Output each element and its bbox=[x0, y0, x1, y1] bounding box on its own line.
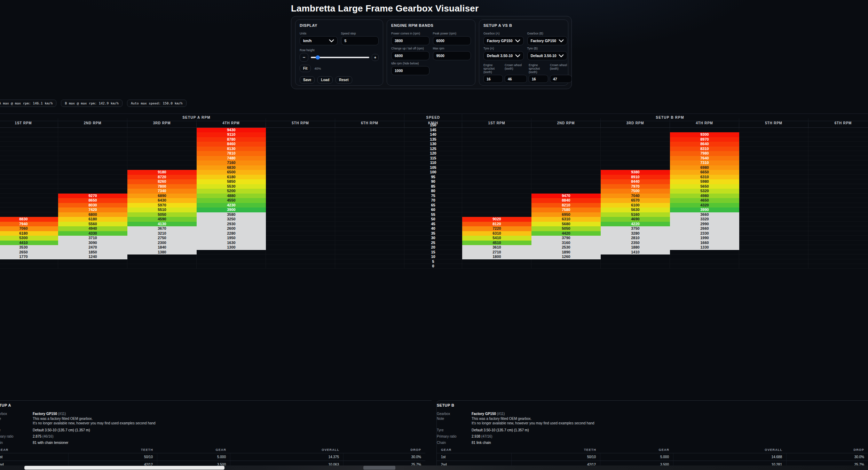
rpm-cell-empty bbox=[531, 170, 601, 175]
crown-wheel-b-input[interactable]: 47 bbox=[550, 75, 572, 83]
rpm-cell-empty bbox=[808, 254, 868, 259]
controls-container: DISPLAY Units km/h Speed step 5 Row heig… bbox=[291, 16, 572, 89]
rpm-cell: 4410 bbox=[0, 241, 58, 245]
row-height-decrease-button[interactable]: − bbox=[300, 53, 308, 62]
idle-rpm-input[interactable]: 1000 bbox=[391, 66, 429, 75]
gear-table-cell: 50/10 bbox=[512, 453, 600, 461]
rpm-cell: 4510 bbox=[462, 241, 531, 245]
tyre-a-select[interactable]: Default 3.50-10 ( bbox=[483, 51, 524, 60]
gear-table-header: GEAR bbox=[0, 448, 69, 453]
peak-power-input[interactable]: 6000 bbox=[433, 36, 471, 45]
units-select[interactable]: km/h bbox=[300, 36, 338, 45]
rpm-cell-empty bbox=[266, 156, 335, 161]
power-comes-in-input[interactable]: 3800 bbox=[391, 36, 429, 45]
crown-wheel-b-value: 47 bbox=[553, 77, 557, 81]
rpm-cell: 9380 bbox=[601, 170, 670, 175]
rpm-cell-empty bbox=[127, 128, 197, 133]
gearbox-a-select[interactable]: Factory GP150 bbox=[483, 36, 524, 45]
rpm-cell-empty bbox=[335, 222, 404, 227]
rpm-cell: 5050 bbox=[531, 226, 601, 231]
rpm-cell: 5410 bbox=[462, 236, 531, 241]
rpm-cell-empty bbox=[0, 170, 58, 175]
scrollbar-thumb-right[interactable] bbox=[363, 466, 395, 470]
change-up-input[interactable]: 6800 bbox=[391, 51, 429, 60]
rpm-cell-empty bbox=[601, 142, 670, 147]
rpm-cell: 9020 bbox=[462, 217, 531, 222]
rpm-cell-empty bbox=[197, 264, 266, 269]
rpm-cell: 5160 bbox=[601, 212, 670, 217]
rpm-cell-empty bbox=[739, 245, 808, 250]
rpm-cell-empty bbox=[462, 179, 531, 184]
rpm-cell: 4230 bbox=[197, 203, 266, 208]
scrollbar-thumb-left[interactable] bbox=[24, 466, 224, 470]
horizontal-scrollbar-track[interactable] bbox=[0, 465, 868, 470]
rpm-cell: 9300 bbox=[670, 132, 739, 137]
rpm-cell: 4650 bbox=[670, 198, 739, 203]
engine-sprocket-b-input[interactable]: 16 bbox=[529, 75, 548, 83]
rpm-cell-empty bbox=[127, 259, 197, 264]
rpm-cell-empty bbox=[739, 226, 808, 231]
rpm-cell: 4940 bbox=[58, 226, 127, 231]
rpm-cell: 5680 bbox=[531, 222, 601, 227]
rpm-cell-empty bbox=[462, 212, 531, 217]
rpm-cell-empty bbox=[58, 123, 127, 128]
chevron-down-icon bbox=[559, 54, 564, 57]
crown-wheel-a-label: Crown wheel (teeth) bbox=[505, 63, 527, 70]
rpm-cell-empty bbox=[266, 222, 335, 227]
rpm-cell: 1410 bbox=[601, 250, 670, 255]
rpm-cell-empty bbox=[462, 151, 531, 156]
max-rpm-input[interactable]: 9500 bbox=[433, 51, 471, 60]
max-rpm-value: 9500 bbox=[436, 54, 444, 58]
rpm-cell-empty bbox=[266, 170, 335, 175]
rpm-cell-empty bbox=[335, 236, 404, 241]
gear-table-cell: 50/10 bbox=[69, 453, 157, 461]
rpm-cell: 7980 bbox=[670, 151, 739, 156]
rpm-cell-empty bbox=[808, 250, 868, 255]
rpm-cell-empty bbox=[808, 156, 868, 161]
rpm-cell: 1300 bbox=[197, 245, 266, 250]
engine-sprocket-a-input[interactable]: 16 bbox=[483, 75, 503, 83]
rpm-cell: 8120 bbox=[462, 222, 531, 227]
rpm-cell: 1800 bbox=[462, 254, 531, 259]
gearbox-b-select[interactable]: Factory GP150 bbox=[527, 36, 568, 45]
rpm-cell: 8130 bbox=[197, 147, 266, 151]
gear-table-header: GEAR bbox=[157, 448, 230, 453]
display-panel-title: DISPLAY bbox=[300, 23, 379, 28]
rpm-cell: 8640 bbox=[670, 142, 739, 147]
rpm-cell: 3280 bbox=[601, 231, 670, 236]
rpm-cell: 5630 bbox=[601, 207, 670, 212]
rpm-cell-empty bbox=[462, 189, 531, 194]
save-button[interactable]: Save bbox=[300, 76, 315, 84]
fit-button[interactable]: Fit bbox=[300, 65, 311, 72]
rpm-cell-empty bbox=[739, 160, 808, 165]
rpm-cell: 8970 bbox=[670, 137, 739, 142]
rpm-cell-empty bbox=[127, 142, 197, 147]
rpm-cell-empty bbox=[531, 151, 601, 156]
rpm-cell-empty bbox=[601, 128, 670, 133]
rpm-cell: 7640 bbox=[670, 156, 739, 161]
gearbox-row-value: Factory GP150 (#11) bbox=[472, 412, 505, 416]
row-height-slider-thumb[interactable] bbox=[316, 55, 320, 60]
speed-cell: 85 bbox=[404, 184, 462, 189]
rpm-cell-empty bbox=[531, 175, 601, 180]
row-height-slider[interactable] bbox=[311, 57, 369, 58]
load-button[interactable]: Load bbox=[317, 76, 333, 84]
rpm-cell-empty bbox=[335, 123, 404, 128]
rpm-cell-empty bbox=[335, 207, 404, 212]
rpm-cell-empty bbox=[335, 254, 404, 259]
speed-step-input[interactable]: 5 bbox=[341, 36, 379, 45]
tyre-b-select[interactable]: Default 3.50-10 ( bbox=[527, 51, 568, 60]
rpm-cell: 7580 bbox=[531, 207, 601, 212]
row-height-increase-button[interactable]: + bbox=[372, 54, 379, 61]
rpm-cell-empty bbox=[266, 132, 335, 137]
rpm-cell-empty bbox=[808, 259, 868, 264]
rpm-cell-empty bbox=[0, 194, 58, 198]
rpm-cell: 3990 bbox=[670, 207, 739, 212]
rpm-cell: 1950 bbox=[197, 236, 266, 241]
crown-wheel-a-input[interactable]: 46 bbox=[505, 75, 527, 83]
rpm-cell-empty bbox=[266, 175, 335, 180]
rpm-cell: 6980 bbox=[670, 165, 739, 170]
reset-button[interactable]: Reset bbox=[336, 76, 352, 84]
rpm-cell: 7500 bbox=[601, 189, 670, 194]
rpm-cell: 8460 bbox=[197, 142, 266, 147]
